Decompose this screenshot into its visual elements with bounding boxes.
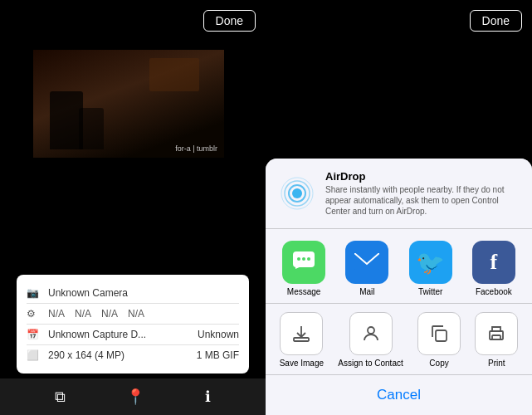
mail-label: Mail [359, 287, 374, 296]
save-image-icon [280, 312, 323, 355]
gear-icon: ⚙ [27, 308, 43, 320]
capture-label: Unknown Capture D... [48, 329, 146, 340]
facebook-label: Facebook [476, 287, 512, 296]
app-message[interactable]: Message [282, 241, 325, 296]
settings-val-3: N/A [101, 308, 118, 320]
duplicate-icon[interactable]: ⧉ [55, 388, 66, 406]
app-mail[interactable]: Mail [345, 241, 388, 296]
mail-app-icon [345, 241, 388, 284]
settings-val-2: N/A [75, 308, 91, 320]
capture-info-row: 📅 Unknown Capture D... Unknown [27, 325, 239, 345]
left-done-button[interactable]: Done [203, 10, 256, 32]
actions-row: Save Image Assign to Contact [266, 304, 532, 375]
print-label: Print [488, 359, 505, 368]
airdrop-row: AirDrop Share instantly with people near… [266, 159, 532, 229]
capture-value2: Unknown [198, 329, 239, 340]
action-assign-contact[interactable]: Assign to Contact [338, 312, 403, 368]
settings-val-4: N/A [128, 308, 144, 320]
apps-row: Message Mail 🐦 Twitter f [266, 229, 532, 304]
bottom-toolbar: ⧉ 📍 ℹ [0, 378, 266, 415]
calendar-icon: 📅 [27, 329, 43, 340]
copy-icon [417, 312, 461, 355]
svg-rect-13 [436, 330, 447, 341]
svg-point-6 [297, 257, 300, 261]
dimensions-label: 290 x 164 (4 MP) [48, 349, 124, 361]
print-icon [475, 312, 518, 355]
camera-info-row: 📷 Unknown Camera [27, 283, 239, 304]
settings-values: N/A N/A N/A N/A [48, 308, 144, 320]
camera-icon: 📷 [27, 287, 43, 299]
svg-point-8 [307, 257, 310, 261]
message-label: Message [287, 287, 321, 296]
settings-val-1: N/A [48, 308, 65, 320]
airdrop-title: AirDrop [325, 170, 519, 183]
dimensions-info-row: ⬜ 290 x 164 (4 MP) 1 MB GIF [27, 345, 239, 365]
settings-info-row: ⚙ N/A N/A N/A N/A [27, 304, 239, 325]
info-panel: 📷 Unknown Camera ⚙ N/A N/A N/A N/A 📅 Unk… [17, 275, 249, 374]
share-sheet: AirDrop Share instantly with people near… [266, 159, 532, 415]
camera-label: Unknown Camera [48, 287, 128, 299]
app-facebook[interactable]: f Facebook [472, 241, 515, 296]
assign-contact-label: Assign to Contact [338, 359, 403, 368]
svg-rect-11 [294, 338, 309, 341]
media-thumbnail: for-a | tumblr [33, 50, 224, 158]
frame-icon: ⬜ [27, 349, 43, 361]
airdrop-icon [279, 175, 315, 212]
cancel-button[interactable]: Cancel [266, 375, 532, 415]
right-panel: Done AirDrop Share instantly with people… [266, 0, 532, 415]
svg-rect-15 [492, 335, 500, 339]
copy-label: Copy [429, 359, 448, 368]
airdrop-text: AirDrop Share instantly with people near… [325, 170, 519, 217]
twitter-label: Twitter [418, 287, 442, 296]
info-circle-icon[interactable]: ℹ [205, 388, 211, 406]
airdrop-description: Share instantly with people nearby. If t… [325, 184, 519, 217]
filesize-label: 1 MB GIF [197, 349, 239, 361]
twitter-app-icon: 🐦 [409, 241, 452, 284]
save-image-label: Save Image [280, 359, 324, 368]
right-done-button[interactable]: Done [470, 10, 522, 32]
action-print[interactable]: Print [475, 312, 518, 368]
action-copy[interactable]: Copy [417, 312, 461, 368]
assign-contact-icon [349, 312, 393, 355]
svg-point-12 [368, 327, 374, 334]
app-twitter[interactable]: 🐦 Twitter [409, 241, 452, 296]
left-panel: Done for-a | tumblr 📷 Unknown Camera ⚙ N… [0, 0, 266, 415]
watermark-text: for-a | tumblr [175, 144, 217, 153]
svg-point-0 [292, 188, 302, 198]
svg-point-7 [302, 257, 305, 261]
facebook-app-icon: f [472, 241, 515, 284]
location-icon[interactable]: 📍 [126, 388, 144, 406]
message-app-icon [282, 241, 325, 284]
thumbnail-image: for-a | tumblr [33, 50, 224, 158]
action-save-image[interactable]: Save Image [280, 312, 324, 368]
